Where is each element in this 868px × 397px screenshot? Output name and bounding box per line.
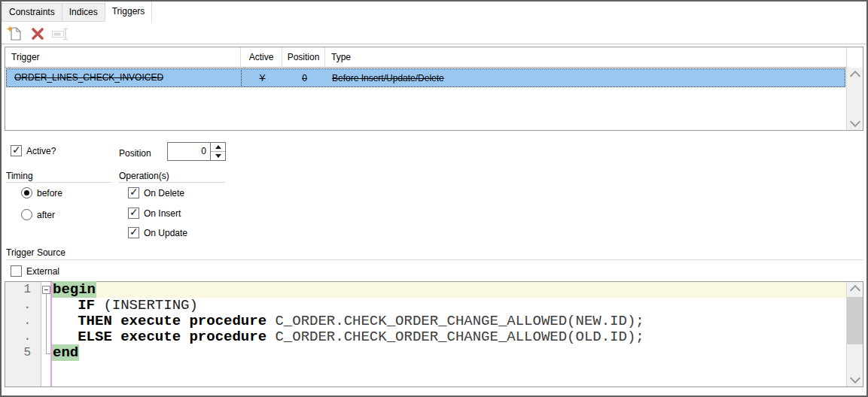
code-text[interactable]: end	[52, 345, 79, 361]
code-segment: IF	[52, 297, 95, 314]
code-segment: end	[52, 344, 79, 361]
toolbar-divider	[2, 44, 866, 44]
fold-line	[46, 314, 47, 329]
code-line-2[interactable]: . IF (INSERTING)	[5, 298, 846, 314]
grid-vertical-scrollbar[interactable]	[846, 47, 863, 130]
code-line-4[interactable]: . ELSE execute procedure C_ORDER.CHECK_O…	[5, 329, 846, 345]
cell-trigger-name: ORDER_LINES_CHECK_INVOICED	[6, 68, 242, 87]
grid-header: Trigger Active Position Type	[5, 47, 846, 68]
scroll-down-icon[interactable]	[850, 373, 860, 383]
timing-after-row: after	[21, 209, 55, 220]
on-delete-label: On Delete	[144, 188, 184, 198]
after-radio-label: after	[37, 210, 55, 220]
position-label: Position	[119, 148, 151, 159]
timing-before-row: before	[21, 187, 62, 198]
column-header-position[interactable]: Position	[282, 47, 325, 67]
timing-group-label: Timing	[6, 171, 33, 181]
scroll-up-icon[interactable]	[850, 71, 860, 81]
external-checkbox-label: External	[26, 266, 59, 277]
trigger-source-line	[6, 259, 863, 260]
tab-bar: Constraints Indices Triggers	[2, 2, 151, 22]
line-number: .	[5, 314, 41, 329]
column-header-active[interactable]: Active	[241, 47, 282, 67]
active-checkbox-row: Active?	[11, 145, 56, 156]
code-segment: (INSERTING)	[95, 297, 198, 314]
tab-constraints[interactable]: Constraints	[2, 3, 62, 22]
rename-trigger-button[interactable]	[52, 26, 70, 44]
tab-indices[interactable]: Indices	[62, 3, 105, 22]
triangle-down-icon	[215, 154, 221, 158]
line-number: .	[5, 329, 41, 345]
line-number: 1	[5, 282, 41, 298]
new-trigger-button[interactable]	[5, 26, 23, 44]
position-spinner-value[interactable]: 0	[168, 143, 210, 160]
trigger-toolbar	[5, 26, 70, 44]
column-header-trigger[interactable]: Trigger	[5, 47, 241, 67]
code-text[interactable]: begin	[52, 282, 96, 298]
line-number: 5	[5, 345, 41, 361]
code-line-5[interactable]: 5 end	[5, 345, 846, 361]
code-line-3[interactable]: . THEN execute procedure C_ORDER.CHECK_O…	[5, 314, 846, 329]
on-update-checkbox[interactable]	[128, 227, 139, 238]
before-radio-label: before	[37, 188, 62, 198]
external-checkbox[interactable]	[11, 265, 22, 277]
fold-collapse-icon[interactable]	[42, 286, 50, 294]
after-radio[interactable]	[21, 209, 32, 220]
table-row-selected[interactable]: ORDER_LINES_CHECK_INVOICED Y 0 Before In…	[6, 68, 845, 87]
operations-group-label: Operation(s)	[119, 171, 169, 181]
scrollbar-thumb[interactable]	[847, 297, 863, 344]
delete-trigger-button[interactable]	[29, 26, 47, 44]
on-update-row: On Update	[128, 227, 187, 238]
code-text[interactable]: IF (INSERTING)	[52, 298, 198, 314]
on-update-label: On Update	[144, 228, 187, 238]
trigger-source-label: Trigger Source	[6, 247, 65, 258]
scroll-down-icon[interactable]	[850, 117, 860, 127]
operations-group-line	[119, 182, 225, 183]
code-text[interactable]: THEN execute procedure C_ORDER.CHECK_ORD…	[52, 314, 644, 329]
triangle-up-icon	[215, 145, 221, 149]
code-segment: THEN execute procedure	[52, 313, 266, 329]
grid-scrollbar-track[interactable]	[847, 68, 863, 130]
triggers-panel: Constraints Indices Triggers	[0, 0, 868, 397]
on-delete-row: On Delete	[128, 187, 184, 198]
cell-position: 0	[283, 69, 326, 87]
before-radio[interactable]	[21, 187, 32, 198]
on-insert-checkbox[interactable]	[128, 208, 139, 219]
code-text[interactable]: ELSE execute procedure C_ORDER.CHECK_ORD…	[52, 329, 644, 345]
timing-group-line	[6, 182, 112, 183]
fold-line	[46, 329, 47, 345]
column-header-type[interactable]: Type	[325, 47, 846, 67]
on-insert-label: On Insert	[144, 208, 181, 219]
code-segment: begin	[52, 281, 96, 298]
cell-type: Before Insert/Update/Delete	[326, 69, 845, 87]
code-segment: ELSE execute procedure	[52, 329, 266, 345]
position-spinner[interactable]: 0	[167, 142, 226, 161]
position-spinner-buttons	[210, 143, 225, 160]
scroll-up-icon[interactable]	[850, 285, 860, 295]
editor-vertical-scrollbar[interactable]	[846, 282, 863, 386]
triggers-grid: Trigger Active Position Type ORDER_LINES…	[5, 47, 863, 131]
on-delete-checkbox[interactable]	[128, 187, 139, 198]
spinner-up-button[interactable]	[211, 143, 225, 151]
red-x-icon	[30, 26, 45, 44]
editor-lines[interactable]: 1 begin . IF (INSERTING) . THEN execute …	[5, 282, 846, 361]
line-number: .	[5, 298, 41, 314]
trigger-source-editor[interactable]: 1 begin . IF (INSERTING) . THEN execute …	[5, 281, 863, 387]
code-line-1[interactable]: 1 begin	[5, 282, 846, 298]
editor-margin-line	[50, 282, 52, 386]
on-insert-row: On Insert	[128, 208, 181, 219]
code-segment: C_ORDER.CHECK_ORDER_CHANGE_ALLOWED(NEW.I…	[266, 313, 644, 329]
cell-active: Y	[242, 69, 283, 87]
new-document-star-icon	[6, 26, 23, 44]
spinner-down-button[interactable]	[211, 151, 225, 160]
editor-scrollbar-track[interactable]	[847, 282, 863, 386]
active-checkbox-label: Active?	[26, 146, 56, 156]
external-checkbox-row: External	[11, 265, 59, 277]
fold-line	[46, 298, 47, 314]
code-segment: C_ORDER.CHECK_ORDER_CHANGE_ALLOWED(OLD.I…	[266, 329, 644, 345]
rename-field-icon	[51, 26, 71, 44]
active-checkbox[interactable]	[11, 145, 22, 156]
tab-triggers[interactable]: Triggers	[105, 1, 153, 22]
